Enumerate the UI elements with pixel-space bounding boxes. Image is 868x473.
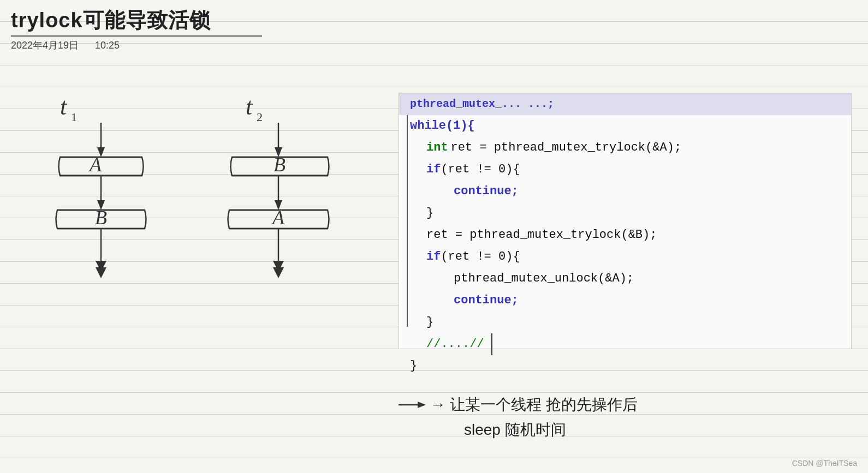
code-section: pthread_mutex_... ...; while(1){ int ret… bbox=[399, 93, 852, 349]
annotation-text-1: → 让某一个线程 抢的先操作后 bbox=[430, 394, 638, 415]
code-line-3: if (ret != 0){ bbox=[399, 159, 851, 181]
csdn-watermark: CSDN @TheITSea bbox=[792, 459, 857, 468]
code-line-2: int ret = pthread_mutex_trylock(&A); bbox=[399, 137, 851, 159]
date-time-row: 2022年4月19日 10:25 bbox=[11, 39, 262, 52]
diagram-svg: t 1 t 2 A B bbox=[16, 71, 399, 387]
code-line-10: } bbox=[399, 312, 851, 333]
title-underline bbox=[11, 35, 262, 37]
code-line-9: continue; bbox=[399, 290, 851, 312]
diagram-area: t 1 t 2 A B bbox=[16, 71, 399, 387]
header-section: trylock可能导致活锁 2022年4月19日 10:25 bbox=[11, 7, 262, 52]
svg-text:B: B bbox=[274, 154, 286, 176]
code-partial-text: pthread_mutex_... ...; bbox=[410, 93, 554, 115]
code-line-4: continue; bbox=[399, 181, 851, 202]
code-line-6: ret = pthread_mutex_trylock(&B); bbox=[399, 224, 851, 246]
page-container: trylock可能导致活锁 2022年4月19日 10:25 t 1 t 2 A bbox=[0, 0, 868, 473]
code-line-5: } bbox=[399, 202, 851, 224]
code-line-12: } bbox=[399, 355, 851, 377]
code-line-partial: pthread_mutex_... ...; bbox=[399, 93, 851, 115]
svg-marker-30 bbox=[418, 402, 426, 408]
time-text: 10:25 bbox=[95, 40, 120, 51]
svg-marker-14 bbox=[96, 267, 106, 278]
svg-text:A: A bbox=[88, 154, 102, 176]
t2-label: t bbox=[246, 93, 253, 120]
arrow-icon bbox=[399, 397, 426, 412]
code-line-11: //....// bbox=[399, 333, 851, 355]
svg-text:1: 1 bbox=[71, 110, 77, 124]
svg-marker-27 bbox=[273, 267, 284, 278]
svg-text:B: B bbox=[95, 207, 107, 229]
code-line-7: if (ret != 0){ bbox=[399, 246, 851, 268]
date-text: 2022年4月19日 bbox=[11, 39, 79, 52]
page-title: trylock可能导致活锁 bbox=[11, 7, 262, 34]
code-line-while: while(1){ bbox=[399, 115, 851, 137]
annotation-text-2: sleep 随机时间 bbox=[464, 421, 566, 438]
t1-label: t bbox=[60, 93, 68, 120]
code-line-8: pthread_mutex_unlock(&A); bbox=[399, 268, 851, 290]
svg-text:2: 2 bbox=[257, 110, 263, 124]
annotation-area: → 让某一个线程 抢的先操作后 sleep 随机时间 bbox=[399, 394, 868, 440]
svg-text:A: A bbox=[271, 207, 285, 229]
annotation-line-2: sleep 随机时间 bbox=[399, 420, 868, 440]
annotation-line-1: → 让某一个线程 抢的先操作后 bbox=[399, 394, 868, 415]
